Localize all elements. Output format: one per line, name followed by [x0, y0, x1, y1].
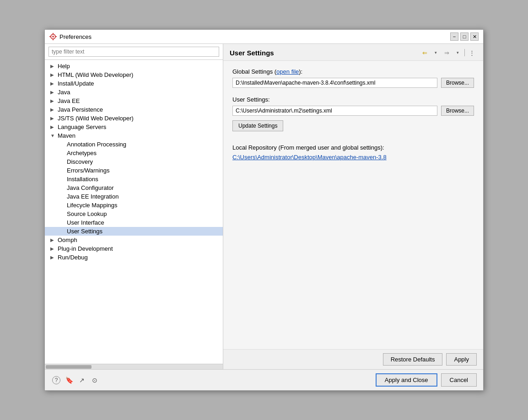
tree-item-user-interface[interactable]: User Interface	[45, 218, 223, 227]
tree-label-maven: Maven	[58, 132, 75, 139]
apply-button[interactable]: Apply	[446, 353, 477, 366]
back-dropdown-button[interactable]: ▾	[431, 48, 441, 58]
global-settings-suffix: ):	[299, 68, 302, 75]
forward-icon: ⇒	[444, 49, 449, 56]
tree-arrow-plugin-development	[50, 246, 56, 251]
tree-item-jsts-wwd[interactable]: JS/TS (Wild Web Developer)	[45, 114, 223, 123]
user-browse-button[interactable]: Browse...	[441, 106, 474, 116]
preferences-icon	[49, 33, 57, 40]
left-panel: HelpHTML (Wild Web Developer)Install/Upd…	[45, 44, 223, 369]
user-settings-section: User Settings: Browse... Update Settings	[232, 96, 474, 136]
tree-item-installations[interactable]: Installations	[45, 175, 223, 183]
right-header: User Settings ⇐ ▾ ⇒ ▾	[223, 44, 483, 61]
target-button[interactable]: ⊙	[90, 375, 100, 385]
close-button[interactable]: ✕	[470, 32, 479, 41]
tree-label-language-servers: Language Servers	[58, 124, 106, 130]
global-settings-section: Global Settings (open file): Browse...	[232, 68, 474, 88]
tree-label-discovery: Discovery	[67, 158, 93, 165]
tree-item-maven[interactable]: Maven	[45, 131, 223, 140]
user-settings-input[interactable]	[232, 106, 437, 116]
help-icon: ?	[52, 376, 60, 384]
tree-item-discovery[interactable]: Discovery	[45, 157, 223, 166]
more-menu-button[interactable]: ⋮	[467, 48, 477, 58]
local-repo-label: Local Repository (From merged user and g…	[232, 144, 474, 151]
more-menu-icon: ⋮	[469, 49, 475, 56]
tree-item-java-persistence[interactable]: Java Persistence	[45, 105, 223, 114]
maximize-button[interactable]: □	[460, 32, 469, 41]
tree-label-source-lookup: Source Lookup	[67, 210, 107, 217]
filter-input[interactable]	[48, 47, 219, 57]
bookmarks-icon: 🔖	[65, 377, 73, 384]
tree-item-archetypes[interactable]: Archetypes	[45, 149, 223, 157]
tree-item-oomph[interactable]: Oomph	[45, 236, 223, 244]
icon2-button[interactable]: 🔖	[64, 375, 74, 385]
user-settings-label: User Settings:	[232, 96, 474, 103]
tree-label-user-settings: User Settings	[67, 228, 102, 235]
restore-defaults-button[interactable]: Restore Defaults	[383, 353, 443, 366]
global-settings-input[interactable]	[232, 78, 437, 88]
tree-arrow-html-wwd	[50, 72, 56, 77]
tree-label-java: Java	[58, 89, 70, 96]
local-repo-section: Local Repository (From merged user and g…	[232, 144, 474, 161]
help-button[interactable]: ?	[51, 375, 61, 385]
tree-label-java-ee: Java EE	[58, 97, 80, 104]
tree-arrow-install-update	[50, 81, 56, 86]
tree-item-html-wwd[interactable]: HTML (Wild Web Developer)	[45, 70, 223, 79]
tree-label-annotation-processing: Annotation Processing	[67, 141, 126, 148]
cancel-button[interactable]: Cancel	[441, 373, 477, 387]
scrollbar-thumb[interactable]	[46, 365, 92, 369]
target-icon: ⊙	[92, 377, 97, 384]
tree-item-java-ee[interactable]: Java EE	[45, 97, 223, 105]
forward-dropdown-icon: ▾	[457, 50, 459, 55]
tree-item-errors-warnings[interactable]: Errors/Warnings	[45, 166, 223, 175]
minimize-button[interactable]: −	[450, 32, 458, 41]
toolbar-divider	[464, 49, 465, 56]
tree-item-user-settings[interactable]: User Settings	[45, 227, 223, 236]
back-button[interactable]: ⇐	[420, 48, 430, 58]
update-settings-button[interactable]: Update Settings	[232, 120, 283, 131]
global-settings-text: Global Settings (	[232, 68, 276, 75]
svg-rect-4	[49, 36, 51, 37]
back-dropdown-icon: ▾	[435, 50, 437, 55]
tree-item-lifecycle-mappings[interactable]: Lifecycle Mappings	[45, 201, 223, 210]
tree-item-plugin-development[interactable]: Plug-in Development	[45, 244, 223, 253]
tree-item-run-debug[interactable]: Run/Debug	[45, 253, 223, 262]
dialog-body: HelpHTML (Wild Web Developer)Install/Upd…	[45, 44, 483, 369]
tree-arrow-java-persistence	[50, 107, 56, 112]
tree-label-java-ee-integration: Java EE Integration	[67, 193, 119, 200]
tree-item-annotation-processing[interactable]: Annotation Processing	[45, 140, 223, 149]
horizontal-scrollbar[interactable]	[45, 364, 223, 369]
tree-arrow-run-debug	[50, 255, 56, 260]
tree-arrow-java	[50, 90, 56, 95]
global-browse-button[interactable]: Browse...	[441, 78, 474, 88]
tree-label-java-persistence: Java Persistence	[58, 106, 103, 113]
apply-close-button[interactable]: Apply and Close	[376, 373, 437, 387]
back-icon: ⇐	[422, 49, 427, 56]
tree-item-java-ee-integration[interactable]: Java EE Integration	[45, 192, 223, 201]
tree-arrow-java-ee	[50, 98, 56, 103]
tree-item-language-servers[interactable]: Language Servers	[45, 123, 223, 131]
dialog-title: Preferences	[59, 33, 92, 40]
svg-rect-3	[53, 38, 54, 40]
user-settings-row: Browse...	[232, 106, 474, 116]
footer-left: ? 🔖 ↗ ⊙	[51, 375, 100, 385]
tree-item-help[interactable]: Help	[45, 62, 223, 70]
tree-label-errors-warnings: Errors/Warnings	[67, 167, 109, 174]
preferences-dialog: Preferences − □ ✕ HelpHTML (Wild Web Dev…	[44, 29, 484, 391]
local-repo-link[interactable]: C:\Users\Administrator\Desktop\Maven\apa…	[232, 154, 387, 161]
tree-label-lifecycle-mappings: Lifecycle Mappings	[67, 202, 118, 209]
tree-item-java-configurator[interactable]: Java Configurator	[45, 183, 223, 192]
tree-item-java[interactable]: Java	[45, 88, 223, 97]
right-actions: Restore Defaults Apply	[223, 349, 483, 369]
tree-label-jsts-wwd: JS/TS (Wild Web Developer)	[58, 115, 134, 122]
global-settings-label: Global Settings (open file):	[232, 68, 474, 75]
tree-arrow-jsts-wwd	[50, 116, 56, 121]
forward-button[interactable]: ⇒	[442, 48, 452, 58]
tree: HelpHTML (Wild Web Developer)Install/Upd…	[45, 60, 223, 364]
tree-item-source-lookup[interactable]: Source Lookup	[45, 210, 223, 218]
export-button[interactable]: ↗	[77, 375, 87, 385]
tree-item-install-update[interactable]: Install/Update	[45, 79, 223, 88]
open-file-link[interactable]: open file	[276, 68, 299, 75]
forward-dropdown-button[interactable]: ▾	[453, 48, 463, 58]
tree-label-help: Help	[58, 63, 70, 70]
